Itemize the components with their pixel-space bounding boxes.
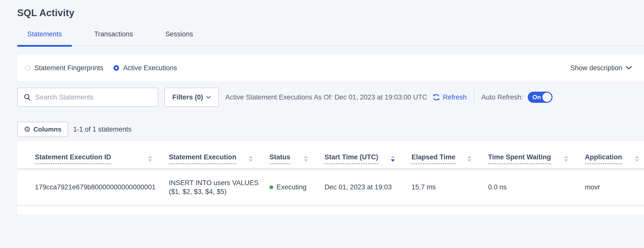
statement-text-line1: INSERT INTO users VALUES <box>169 179 260 187</box>
column-header-statement-execution[interactable]: Statement Execution <box>159 141 260 169</box>
column-header-time-spent-waiting[interactable]: Time Spent Waiting <box>478 141 575 169</box>
radio-statement-fingerprints-label: Statement Fingerprints <box>34 64 103 72</box>
sort-icon-descending-active[interactable] <box>391 156 395 162</box>
radio-statement-fingerprints[interactable]: Statement Fingerprints <box>25 64 103 72</box>
columns-button[interactable]: ⚙ Columns <box>17 122 68 137</box>
cell-application: movr <box>575 169 644 206</box>
tab-transactions-label: Transactions <box>94 30 133 38</box>
tab-sessions-label: Sessions <box>165 30 193 38</box>
statement-text-line2: ($1, $2, $3, $4, $5) <box>169 187 260 196</box>
column-header-status[interactable]: Status <box>260 141 315 169</box>
search-icon <box>24 94 31 101</box>
sort-icon[interactable] <box>467 156 471 162</box>
column-label: Time Spent Waiting <box>488 153 551 164</box>
refresh-label: Refresh <box>443 93 467 101</box>
sort-icon[interactable] <box>564 156 568 162</box>
radio-active-executions-label: Active Executions <box>123 64 177 72</box>
toggle-knob-icon <box>542 93 551 102</box>
radio-unselected-icon[interactable] <box>25 65 30 71</box>
refresh-icon <box>432 93 440 101</box>
sort-icon[interactable] <box>249 156 253 162</box>
radio-active-executions[interactable]: Active Executions <box>113 64 177 72</box>
column-label: Application <box>585 153 622 164</box>
cell-start-time: Dec 01, 2023 at 19:03 <box>315 169 402 206</box>
column-header-elapsed-time[interactable]: Elapsed Time <box>402 141 478 169</box>
tab-bar: Statements Transactions Sessions <box>17 30 644 46</box>
toolbar: Filters (0) Active Statement Executions … <box>17 87 644 107</box>
statements-table-card: Statement Execution ID Statement Executi… <box>17 141 644 215</box>
column-header-application[interactable]: Application <box>575 141 644 169</box>
sort-icon[interactable] <box>635 156 639 162</box>
column-header-statement-execution-id[interactable]: Statement Execution ID <box>17 141 159 169</box>
table-header-row: Statement Execution ID Statement Executi… <box>17 141 644 169</box>
column-label: Start Time (UTC) <box>325 153 378 164</box>
tab-statements-label: Statements <box>27 30 62 38</box>
filters-button[interactable]: Filters (0) <box>164 88 219 107</box>
auto-refresh-label: Auto Refresh: <box>481 93 523 101</box>
sort-icon[interactable] <box>304 156 308 162</box>
filters-label: Filters (0) <box>172 93 203 101</box>
cell-elapsed-time: 15.7 ms <box>402 169 478 206</box>
chevron-down-icon <box>626 66 632 70</box>
column-header-start-time[interactable]: Start Time (UTC) <box>315 141 402 169</box>
gear-icon: ⚙ <box>24 126 31 133</box>
search-box[interactable] <box>17 88 158 107</box>
page-title: SQL Activity <box>17 8 644 18</box>
search-input[interactable] <box>35 93 153 101</box>
tab-sessions[interactable]: Sessions <box>155 30 203 46</box>
show-description-label: Show description <box>570 64 622 72</box>
chevron-down-icon <box>206 96 211 99</box>
sort-icon[interactable] <box>148 156 152 162</box>
columns-label: Columns <box>33 126 61 133</box>
column-label: Statement Execution ID <box>35 153 111 164</box>
cell-execution-id[interactable]: 179cca7921e679b80000000000000001 <box>17 169 159 206</box>
cell-status: Executing <box>260 169 315 206</box>
auto-refresh-toggle[interactable]: On <box>528 92 553 103</box>
cell-statement-execution[interactable]: INSERT INTO users VALUES ($1, $2, $3, $4… <box>159 169 260 206</box>
auto-refresh-state: On <box>533 94 541 101</box>
result-count: 1-1 of 1 statements <box>73 126 131 133</box>
cell-time-spent-waiting: 0.0 ns <box>478 169 575 206</box>
column-label: Elapsed Time <box>411 153 455 164</box>
statements-table: Statement Execution ID Statement Executi… <box>17 141 644 206</box>
view-mode-card: Statement Fingerprints Active Executions… <box>17 55 644 81</box>
table-controls: ⚙ Columns 1-1 of 1 statements <box>17 122 644 137</box>
refresh-button[interactable]: Refresh <box>432 93 467 101</box>
status-executing-dot-icon <box>269 185 273 189</box>
status-text: Executing <box>277 183 307 191</box>
table-row: 179cca7921e679b80000000000000001 INSERT … <box>17 169 644 206</box>
active-tab-indicator <box>17 45 72 47</box>
toolbar-divider <box>474 90 474 104</box>
show-description-button[interactable]: Show description <box>570 64 632 72</box>
as-of-timestamp: Active Statement Executions As Of: Dec 0… <box>225 93 427 101</box>
tab-statements[interactable]: Statements <box>17 30 72 46</box>
column-label: Statement Execution <box>169 153 236 164</box>
radio-selected-icon[interactable] <box>113 65 119 71</box>
column-label: Status <box>269 153 290 164</box>
tab-transactions[interactable]: Transactions <box>84 30 143 46</box>
